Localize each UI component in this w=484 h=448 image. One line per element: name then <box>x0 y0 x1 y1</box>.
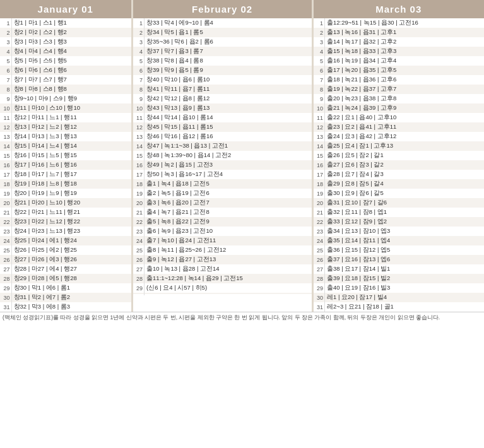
row-content: 출19 | 녹22 | 욥37 | 고후7 <box>325 85 484 94</box>
row-content: 출36 | 요15 | 잠12 | 엡5 <box>325 245 484 255</box>
row-num: 20 <box>133 198 145 208</box>
row-content: 출20 | 녹23 | 욥38 | 고후8 <box>325 94 484 103</box>
row-num: 24 <box>314 236 325 245</box>
row-content: 창39 | 막9 | 욥5 | 롬9 <box>145 66 312 75</box>
row-content: 창49 | 녹2 | 욥15 | 고전3 <box>145 160 312 170</box>
row-num: 14 <box>133 141 145 151</box>
row-num: 27 <box>314 264 325 274</box>
row-num: 14 <box>0 141 11 151</box>
row-content: 출27 | 요6 | 잠3 | 갈2 <box>325 160 484 170</box>
row-num: 10 <box>0 103 11 113</box>
row-num: 23 <box>0 227 11 236</box>
row-content: 출40 | 요19 | 잠16 | 빌3 <box>325 283 484 293</box>
row-content: 출4 | 녹7 | 욥21 | 고전8 <box>145 208 312 217</box>
row-num: 15 <box>0 151 11 160</box>
row-content: 출28 | 요7 | 잠4 | 갈3 <box>325 170 484 179</box>
row-num: 4 <box>0 47 11 56</box>
row-num: 12 <box>314 122 325 132</box>
row-num: 19 <box>0 189 11 198</box>
row-num: 8 <box>133 85 145 94</box>
row-num: 25 <box>0 245 11 255</box>
march-table: March 03 1출12:29~51 | 녹15 | 욥30 | 고전162출… <box>314 0 484 312</box>
row-num: 20 <box>314 198 325 208</box>
row-num: 7 <box>0 75 11 85</box>
row-content: 창40 | 막10 | 욥6 | 롬10 <box>145 75 312 85</box>
row-content: 창44 | 막14 | 욥10 | 롬14 <box>145 113 312 122</box>
row-num: 10 <box>314 103 325 113</box>
row-content: (신6 | 요4 | 시57 | 히5) <box>145 283 312 293</box>
row-content: 출12:29~51 | 녹15 | 욥30 | 고전16 <box>325 18 484 28</box>
row-content: 출15 | 녹18 | 욥33 | 고후3 <box>325 47 484 56</box>
row-content: 출10 | 녹13 | 욥28 | 고전14 <box>145 264 312 274</box>
row-content: 레2~3 | 요21 | 잠18 | 골1 <box>325 302 484 312</box>
row-num: 6 <box>0 66 11 75</box>
row-num: 6 <box>314 66 325 75</box>
row-num: 11 <box>0 113 11 122</box>
row-num: 1 <box>314 18 325 28</box>
row-num: 4 <box>314 47 325 56</box>
row-content: 창28 | 마27 | 에4 | 행27 <box>11 264 131 274</box>
row-num: 28 <box>314 274 325 283</box>
row-content: 출21 | 녹24 | 욥39 | 고후9 <box>325 103 484 113</box>
row-num: 12 <box>133 122 145 132</box>
row-num: 6 <box>133 66 145 75</box>
row-num: 1 <box>0 18 11 28</box>
row-num: 2 <box>133 28 145 37</box>
row-content: 출22 | 요1 | 욥40 | 고후10 <box>325 113 484 122</box>
row-content: 창18 | 마17 | 느7 | 행17 <box>11 170 131 179</box>
row-content: 출39 | 요18 | 잠15 | 빌2 <box>325 274 484 283</box>
march-section: March 03 1출12:29~51 | 녹15 | 욥30 | 고전162출… <box>314 0 484 312</box>
row-num: 22 <box>0 217 11 227</box>
row-content: 출31 | 요10 | 잠7 | 갈6 <box>325 198 484 208</box>
row-content: 출14 | 녹17 | 욥32 | 고후2 <box>325 37 484 47</box>
row-num: 30 <box>0 293 11 302</box>
row-num: 22 <box>314 217 325 227</box>
footer-text: (맥체인 성경읽기표)를 따라 성경을 읽으면 1년에 신약과 시편은 두 번,… <box>0 312 484 324</box>
row-num: 5 <box>0 56 11 66</box>
row-content: 창12 | 마11 | 느1 | 행11 <box>11 113 131 122</box>
main-layout: January 01 1창1 | 마1 | 스1 | 행12창2 | 마2 | … <box>0 0 484 324</box>
row-num: 13 <box>133 132 145 141</box>
row-num: 28 <box>133 274 145 283</box>
row-content: 창35~36 | 막6 | 욥2 | 롬6 <box>145 37 312 47</box>
row-content: 창16 | 마15 | 느5 | 행15 <box>11 151 131 160</box>
row-content: 창19 | 마18 | 느8 | 행18 <box>11 179 131 189</box>
row-content: 창23 | 마22 | 느12 | 행22 <box>11 217 131 227</box>
row-num: 26 <box>0 255 11 264</box>
row-content: 창7 | 마7 | 스7 | 행7 <box>11 75 131 85</box>
row-num: 2 <box>314 28 325 37</box>
row-content: 창33 | 막4 | 에9~10 | 롬4 <box>145 18 312 28</box>
row-content: 창17 | 마16 | 느6 | 행16 <box>11 160 131 170</box>
row-num: 17 <box>133 170 145 179</box>
row-num: 20 <box>0 198 11 208</box>
row-content: 창38 | 막8 | 욥4 | 롬8 <box>145 56 312 66</box>
row-content: 창13 | 마12 | 느2 | 행12 <box>11 122 131 132</box>
row-content: 출25 | 요4 | 잠1 | 고후13 <box>325 141 484 151</box>
row-content: 출5 | 녹8 | 욥22 | 고전9 <box>145 217 312 227</box>
january-table: January 01 1창1 | 마1 | 스1 | 행12창2 | 마2 | … <box>0 0 131 312</box>
january-header: January 01 <box>0 0 131 18</box>
row-content: 출17 | 녹20 | 욥35 | 고후5 <box>325 66 484 75</box>
row-num: 17 <box>0 170 11 179</box>
row-content: 창22 | 마21 | 느11 | 행21 <box>11 208 131 217</box>
row-content: 출30 | 요9 | 잠6 | 갈5 <box>325 189 484 198</box>
row-content: 출38 | 요17 | 잠14 | 빌1 <box>325 264 484 274</box>
row-num: 18 <box>133 179 145 189</box>
row-num: 19 <box>133 189 145 198</box>
row-num: 5 <box>133 56 145 66</box>
row-num: 22 <box>133 217 145 227</box>
row-num: 7 <box>314 75 325 85</box>
row-num: 21 <box>133 208 145 217</box>
row-num: 30 <box>314 293 325 302</box>
row-num: 31 <box>314 302 325 312</box>
row-content: 출37 | 요16 | 잠13 | 엡6 <box>325 255 484 264</box>
row-content: 창6 | 마6 | 스6 | 행6 <box>11 66 131 75</box>
row-content: 레1 | 요20 | 잠17 | 빌4 <box>325 293 484 302</box>
row-num: 23 <box>133 227 145 236</box>
row-num: 14 <box>314 141 325 151</box>
row-num: 13 <box>0 132 11 141</box>
row-content: 출35 | 요14 | 잠11 | 엡4 <box>325 236 484 245</box>
row-content: 출18 | 녹21 | 욥36 | 고후6 <box>325 75 484 85</box>
row-num: 3 <box>133 37 145 47</box>
row-num: 26 <box>314 255 325 264</box>
